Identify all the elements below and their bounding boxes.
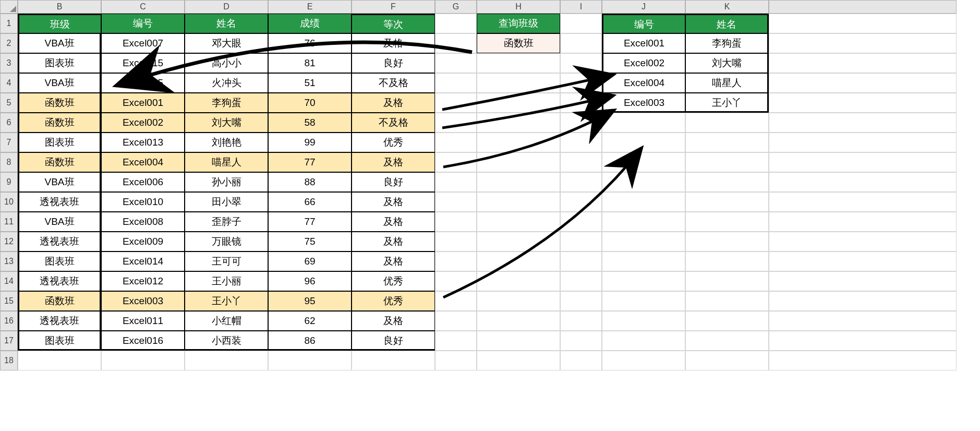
cell-J17[interactable] xyxy=(602,331,685,351)
row-header-6[interactable]: 6 xyxy=(0,113,18,133)
cell-I9[interactable] xyxy=(560,172,602,192)
cell-I6[interactable] xyxy=(560,113,602,133)
cell-G2[interactable] xyxy=(435,33,477,53)
cell-K16[interactable] xyxy=(685,311,769,331)
main-class-r2[interactable]: VBA班 xyxy=(18,33,101,53)
cell-EXTRA14[interactable] xyxy=(769,271,957,291)
main-id-r15[interactable]: Excel003 xyxy=(101,291,185,311)
result-empty-r9-J[interactable] xyxy=(602,172,685,192)
main-name-r10[interactable]: 田小翠 xyxy=(185,192,268,212)
main-id-r17[interactable]: Excel016 xyxy=(101,331,185,351)
main-score-r12[interactable]: 75 xyxy=(268,232,352,252)
cell-I12[interactable] xyxy=(560,232,602,252)
main-score-r14[interactable]: 96 xyxy=(268,271,352,291)
main-score-r5[interactable]: 70 xyxy=(268,93,352,113)
cell-EXTRA2[interactable] xyxy=(769,33,957,53)
cell-I11[interactable] xyxy=(560,212,602,232)
main-grade-r17[interactable]: 良好 xyxy=(352,331,435,351)
main-class-r5[interactable]: 函数班 xyxy=(18,93,101,113)
cell-K12[interactable] xyxy=(685,232,769,252)
cell-K11[interactable] xyxy=(685,212,769,232)
main-score-r4[interactable]: 51 xyxy=(268,73,352,93)
cell-H6[interactable] xyxy=(477,113,560,133)
cell-J12[interactable] xyxy=(602,232,685,252)
main-grade-r15[interactable]: 优秀 xyxy=(352,291,435,311)
main-grade-r7[interactable]: 优秀 xyxy=(352,133,435,152)
cell-I5[interactable] xyxy=(560,93,602,113)
cell-EXTRA12[interactable] xyxy=(769,232,957,252)
cell-I15[interactable] xyxy=(560,291,602,311)
cell-EXTRA16[interactable] xyxy=(769,311,957,331)
main-name-r4[interactable]: 火冲头 xyxy=(185,73,268,93)
main-name-r16[interactable]: 小红帽 xyxy=(185,311,268,331)
cell-G13[interactable] xyxy=(435,252,477,271)
result-empty-r7-K[interactable] xyxy=(685,133,769,152)
main-grade-r16[interactable]: 及格 xyxy=(352,311,435,331)
main-grade-r8[interactable]: 及格 xyxy=(352,152,435,172)
cell-G11[interactable] xyxy=(435,212,477,232)
main-grade-r9[interactable]: 良好 xyxy=(352,172,435,192)
main-class-r16[interactable]: 透视表班 xyxy=(18,311,101,331)
row-header-1[interactable]: 1 xyxy=(0,14,18,33)
result-id-r4[interactable]: Excel004 xyxy=(602,73,685,93)
cell-G10[interactable] xyxy=(435,192,477,212)
main-name-r12[interactable]: 万眼镜 xyxy=(185,232,268,252)
cell-G7[interactable] xyxy=(435,133,477,152)
cell-H11[interactable] xyxy=(477,212,560,232)
main-name-r17[interactable]: 小西装 xyxy=(185,331,268,351)
main-grade-r12[interactable]: 及格 xyxy=(352,232,435,252)
main-id-r12[interactable]: Excel009 xyxy=(101,232,185,252)
main-id-r3[interactable]: Excel015 xyxy=(101,53,185,73)
main-name-r14[interactable]: 王小丽 xyxy=(185,271,268,291)
col-header-H[interactable]: H xyxy=(477,0,560,14)
cell-C18[interactable] xyxy=(101,351,185,370)
cell-I7[interactable] xyxy=(560,133,602,152)
main-name-r7[interactable]: 刘艳艳 xyxy=(185,133,268,152)
row-header-12[interactable]: 12 xyxy=(0,232,18,252)
row-header-11[interactable]: 11 xyxy=(0,212,18,232)
main-name-r6[interactable]: 刘大嘴 xyxy=(185,113,268,133)
main-score-r17[interactable]: 86 xyxy=(268,331,352,351)
col-header-F[interactable]: F xyxy=(352,0,435,14)
cell-I13[interactable] xyxy=(560,252,602,271)
cell-G16[interactable] xyxy=(435,311,477,331)
result-empty-r8-K[interactable] xyxy=(685,152,769,172)
cell-J18[interactable] xyxy=(602,351,685,370)
cell-H4[interactable] xyxy=(477,73,560,93)
main-class-r10[interactable]: 透视表班 xyxy=(18,192,101,212)
cell-G3[interactable] xyxy=(435,53,477,73)
main-class-r15[interactable]: 函数班 xyxy=(18,291,101,311)
cell-J15[interactable] xyxy=(602,291,685,311)
main-id-r11[interactable]: Excel008 xyxy=(101,212,185,232)
cell-EXTRA5[interactable] xyxy=(769,93,957,113)
cell-EXTRA1[interactable] xyxy=(769,14,957,33)
main-header-B[interactable]: 班级 xyxy=(18,14,101,33)
cell-I16[interactable] xyxy=(560,311,602,331)
cell-EXTRA3[interactable] xyxy=(769,53,957,73)
cell-EXTRA10[interactable] xyxy=(769,192,957,212)
result-name-r3[interactable]: 刘大嘴 xyxy=(685,53,769,73)
row-header-4[interactable]: 4 xyxy=(0,73,18,93)
cell-I14[interactable] xyxy=(560,271,602,291)
cell-I10[interactable] xyxy=(560,192,602,212)
select-all-corner[interactable] xyxy=(0,0,18,14)
cell-EXTRA7[interactable] xyxy=(769,133,957,152)
main-name-r15[interactable]: 王小丫 xyxy=(185,291,268,311)
cell-G1[interactable] xyxy=(435,14,477,33)
cell-H9[interactable] xyxy=(477,172,560,192)
spreadsheet-grid[interactable]: BCDEFGHIJK1班级编号姓名成绩等次查询班级编号姓名2VBA班Excel0… xyxy=(0,0,980,370)
main-class-r11[interactable]: VBA班 xyxy=(18,212,101,232)
cell-F18[interactable] xyxy=(352,351,435,370)
row-header-10[interactable]: 10 xyxy=(0,192,18,212)
cell-H13[interactable] xyxy=(477,252,560,271)
result-empty-r6-J[interactable] xyxy=(602,113,685,133)
cell-G12[interactable] xyxy=(435,232,477,252)
main-score-r2[interactable]: 76 xyxy=(268,33,352,53)
main-score-r11[interactable]: 77 xyxy=(268,212,352,232)
cell-K18[interactable] xyxy=(685,351,769,370)
cell-B18[interactable] xyxy=(18,351,101,370)
main-grade-r11[interactable]: 及格 xyxy=(352,212,435,232)
cell-J11[interactable] xyxy=(602,212,685,232)
row-header-13[interactable]: 13 xyxy=(0,252,18,271)
row-header-9[interactable]: 9 xyxy=(0,172,18,192)
